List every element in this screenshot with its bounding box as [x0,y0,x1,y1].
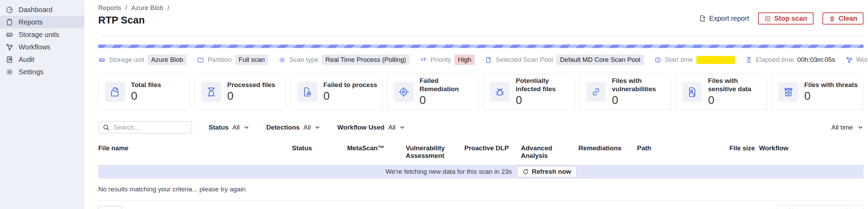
breadcrumb-reports[interactable]: Reports [98,4,121,12]
chevron-down-icon [857,124,864,131]
search-box [98,121,192,133]
page-navigation: 1 of 1 page [776,205,864,209]
status-filter-dropdown[interactable]: Status All [209,124,250,131]
stat-card-failed-remediation: Failed Remediation0 [387,74,479,110]
sidebar: Dashboard Reports Storage units Workflow… [0,0,84,209]
table-header-row: File name Status MetaScan™ Vulnerability… [98,144,864,165]
stat-card-failed-to-process: Failed to process0 [291,74,383,110]
workflow-used-filter-dropdown[interactable]: Workflow Used All [337,124,405,131]
fetch-data-banner: We're fetching new data for this scan in… [98,165,864,179]
stop-icon [764,15,771,22]
total-files-icon [109,86,121,98]
chevron-down-icon [243,124,250,131]
sidebar-item-label: Settings [19,68,43,76]
breadcrumb-separator: / [125,4,127,12]
chevron-down-icon [399,124,405,131]
table-footer-divider [98,200,864,201]
refresh-now-button[interactable]: Refresh now [517,166,576,177]
info-scan-pool: Selected Scan Pool Default MD Core Scan … [485,55,644,65]
empty-results-message: No results matching your criteria... ple… [98,186,864,193]
sensitive-data-icon [686,86,698,98]
scan-pool-icon [485,56,492,64]
threats-icon [783,86,794,98]
page-title: RTP Scan [98,14,169,26]
scan-type-icon [279,56,286,64]
sidebar-item-label: Reports [19,18,43,26]
scan-pool-value: Default MD Core Scan Pool [556,55,644,65]
header-divider [98,36,864,36]
trash-icon [829,15,836,22]
column-header-workflow: Workflow [759,144,864,160]
column-header-advanced-analysis: Advanced Analysis [521,144,578,160]
sidebar-item-audit[interactable]: Audit [0,53,84,66]
stat-value: 0 [323,89,377,103]
info-storage-unit: Storage unit Azure Blob [98,55,186,65]
column-header-path: Path [637,144,729,160]
previous-page-button[interactable] [776,205,789,209]
sidebar-item-workflows[interactable]: Workflows [0,41,84,53]
detections-filter-dropdown[interactable]: Detections All [266,124,321,131]
column-header-file-size: File size [729,144,759,160]
failed-remediation-icon [398,86,410,98]
status-filter-value: All [232,124,240,131]
scan-info-row: Storage unit Azure Blob Partition Full s… [98,55,864,65]
column-header-metascan: MetaScan™ [347,144,406,160]
page-size-select[interactable]: 10 [98,206,122,209]
vulnerabilities-icon [590,86,602,98]
settings-gear-icon [6,68,13,76]
time-range-value: All time [831,124,853,131]
column-header-file-name: File name [98,144,292,160]
next-page-button[interactable] [850,205,864,209]
sidebar-item-dashboard[interactable]: Dashboard [0,3,84,16]
stat-card-total-files: Total files0 [98,74,190,110]
stat-value: 0 [420,94,478,107]
stats-cards: Total files0 Processed files0 Failed to … [98,74,864,110]
sidebar-item-storage-units[interactable]: Storage units [0,28,84,41]
stat-value: 0 [131,89,161,103]
storage-icon [6,31,13,39]
info-elapsed-time: Elapsed time 00h:03m:05s [745,56,835,64]
storage-unit-icon [98,56,105,64]
sidebar-item-reports[interactable]: Reports [0,16,84,28]
stat-card-sensitive-data: Files with sensitive data0 [675,74,767,110]
export-icon [699,15,706,22]
info-partition: Partition Full scan [197,55,268,65]
stat-card-vulnerabilities: Files with vulnerabilities0 [579,74,671,110]
stat-value: 0 [612,94,671,107]
audit-icon [6,56,13,64]
detections-filter-value: All [303,124,311,131]
stat-value: 0 [516,94,575,107]
breadcrumb-azure-blob[interactable]: Azure Blob [131,4,163,12]
stat-value: 0 [708,94,767,107]
stat-value: 0 [227,89,275,103]
infected-files-icon [494,86,506,98]
scan-progress-bar [98,45,864,48]
info-scan-type: Scan type Real Time Process (Polling) [279,55,410,65]
export-report-button[interactable]: Export report [699,15,749,22]
dashboard-icon [6,6,13,14]
scan-type-value: Real Time Process (Polling) [322,55,410,65]
search-input[interactable] [113,124,188,131]
storage-unit-value: Azure Blob [148,55,186,65]
refresh-icon [523,169,529,175]
stop-scan-button[interactable]: Stop scan [758,12,814,25]
app-window: Dashboard Reports Storage units Workflow… [0,0,868,209]
sidebar-item-label: Storage units [19,31,59,39]
clean-button[interactable]: Clean [822,12,864,25]
stat-value: 0 [804,89,858,103]
main-content: Reports / Azure Blob / RTP Scan Export r… [84,0,868,209]
sidebar-item-label: Audit [19,56,34,64]
info-workflow: Workflow Default Workflow + 1 more View … [846,55,868,65]
sidebar-item-label: Workflows [19,43,50,51]
page-indicator: 1 of 1 page [793,205,847,209]
filter-row: Status All Detections All Workflow Used … [98,121,864,133]
clock-icon [654,56,662,64]
elapsed-time-value: 00h:03m:05s [797,56,835,64]
priority-value: High [454,55,475,65]
sidebar-item-settings[interactable]: Settings [0,66,84,78]
column-header-proactive-dlp: Proactive DLP [464,144,521,160]
folder-icon [197,56,204,64]
time-range-dropdown[interactable]: All time [831,124,864,131]
stat-card-processed-files: Processed files0 [194,74,286,110]
workflows-icon [6,43,13,51]
